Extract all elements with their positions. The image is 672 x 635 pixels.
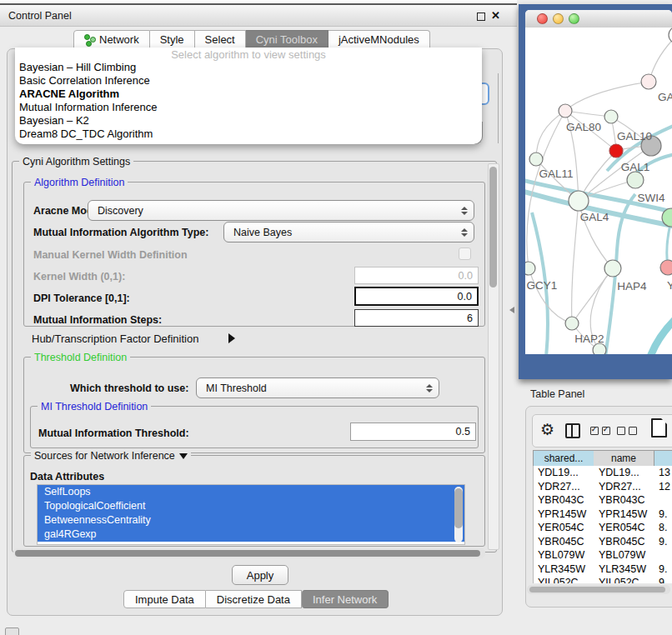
- list-item-topologicalcoefficient[interactable]: TopologicalCoefficient: [38, 499, 464, 513]
- minimize-window-icon[interactable]: [553, 13, 564, 24]
- table-panel-title: Table Panel: [530, 388, 584, 400]
- tab-impute-data[interactable]: Impute Data: [123, 590, 206, 608]
- dropdown-item-bayesian-hill[interactable]: Bayesian – Hill Climbing: [15, 61, 482, 74]
- network-canvas[interactable]: GAL GAL80 GAL10 GAL1 GAL11 SWI4 GAL4 GCY…: [525, 28, 672, 354]
- table-row[interactable]: YDL19... YDL19... 13: [534, 466, 672, 480]
- table-row[interactable]: YBR045C YBR045C 9.: [534, 535, 672, 549]
- dpi-tolerance-field[interactable]: 0.0: [354, 287, 479, 306]
- close-window-icon[interactable]: [537, 13, 548, 24]
- cell-shared-name: YDR27...: [534, 481, 594, 492]
- manual-kernel-label: Manual Kernel Width Definition: [33, 249, 188, 261]
- table-row[interactable]: YPR145W YPR145W 9.: [534, 508, 672, 522]
- expand-arrow-icon[interactable]: [228, 333, 235, 343]
- tab-jactivemnodules[interactable]: jActiveMNodules: [328, 30, 430, 49]
- cell-shared-name: YBR045C: [534, 536, 594, 548]
- label-y-cut: Y: [667, 279, 672, 292]
- tab-discretize-data[interactable]: Discretize Data: [206, 590, 302, 608]
- sources-group-title[interactable]: Sources for Network Inference: [31, 450, 191, 462]
- cell-shared-name: YBL079W: [534, 549, 594, 561]
- tab-select[interactable]: Select: [195, 30, 246, 49]
- table-row[interactable]: YBL079W YBL079W: [534, 548, 672, 562]
- mi-type-label: Mutual Information Algorithm Type:: [33, 227, 208, 238]
- label-gal10: GAL10: [617, 130, 652, 142]
- scrollbar-thumb[interactable]: [529, 587, 665, 592]
- cell-value: 8.: [655, 522, 672, 533]
- hub-definition-label: Hub/Transcription Factor Definition: [32, 332, 198, 345]
- node-pink-right[interactable]: [660, 260, 672, 275]
- splitter-collapse-icon[interactable]: [509, 307, 514, 313]
- manual-kernel-checkbox[interactable]: [459, 248, 471, 260]
- table-row[interactable]: YDR27... YDR27... 12: [534, 480, 672, 494]
- node-gal1-selected[interactable]: [609, 144, 623, 158]
- node-gal80[interactable]: [559, 104, 572, 118]
- unchecked-checkbox-icon[interactable]: [629, 427, 637, 435]
- mi-steps-label: Mutual Information Steps:: [33, 314, 162, 326]
- tab-cyni-toolbox[interactable]: Cyni Toolbox: [246, 30, 328, 49]
- table-row[interactable]: YLR345W YLR345W 9.: [534, 562, 672, 577]
- table-row[interactable]: YER054C YER054C 8.: [534, 521, 672, 535]
- threshold-definition-title: Threshold Definition: [31, 352, 130, 363]
- scrollbar-thumb[interactable]: [489, 167, 497, 288]
- data-attributes-list[interactable]: SelfLoops TopologicalCoefficient Between…: [37, 484, 465, 545]
- checked-checkbox-icon[interactable]: [590, 427, 599, 435]
- label-gal11: GAL11: [539, 168, 573, 180]
- node-gal10[interactable]: [604, 110, 618, 123]
- cell-name: YER054C: [594, 522, 655, 533]
- tab-network[interactable]: Network: [73, 30, 150, 49]
- cell-name: YBR043C: [594, 494, 655, 506]
- table-row[interactable]: YBR043C YBR043C: [534, 493, 672, 508]
- label-gal1: GAL1: [621, 161, 650, 173]
- split-view-icon[interactable]: [565, 423, 580, 438]
- float-window-icon[interactable]: [477, 12, 485, 21]
- zoom-window-icon[interactable]: [569, 13, 579, 24]
- settings-vertical-scrollbar[interactable]: [488, 163, 499, 550]
- table-row[interactable]: YIL052C YIL052C 9: [534, 576, 672, 583]
- dropdown-item-dream8[interactable]: Dream8 DC_TDC Algorithm: [15, 128, 482, 141]
- node-gal11[interactable]: [529, 152, 543, 166]
- dropdown-item-basic-correlation[interactable]: Basic Correlation Inference: [15, 74, 482, 88]
- which-threshold-label: Which threshold to use:: [70, 382, 188, 394]
- cyni-settings-group-title: Cyni Algorithm Settings: [19, 156, 133, 168]
- dropdown-item-bayesian-k2[interactable]: Bayesian – K2: [15, 114, 482, 128]
- dropdown-item-aracne[interactable]: ARACNE Algorithm: [15, 88, 482, 101]
- scrollbar-thumb[interactable]: [15, 550, 480, 557]
- panel-grip-icon[interactable]: [5, 628, 19, 635]
- node-hap4[interactable]: [604, 260, 621, 277]
- close-icon[interactable]: [491, 9, 503, 21]
- unchecked-checkbox-icon[interactable]: [617, 427, 625, 435]
- column-header-label: shared...: [544, 452, 584, 464]
- column-header-shared-name[interactable]: shared...: [533, 450, 594, 467]
- dropdown-item-mutual-information[interactable]: Mutual Information Inference: [15, 101, 482, 114]
- attributes-scrollbar[interactable]: [454, 487, 463, 542]
- apply-button[interactable]: Apply: [232, 565, 288, 585]
- document-icon[interactable]: [651, 418, 667, 438]
- mi-type-value: Naive Bayes: [224, 227, 460, 238]
- scrollbar-thumb[interactable]: [454, 488, 463, 528]
- list-item-betweennesscentrality[interactable]: BetweennessCentrality: [38, 513, 464, 528]
- mi-steps-field[interactable]: 6: [354, 309, 479, 327]
- checked-checkbox-icon[interactable]: [602, 427, 610, 435]
- node-unlabeled-top[interactable]: [669, 28, 672, 43]
- which-threshold-select[interactable]: MI Threshold: [196, 378, 439, 398]
- gear-icon[interactable]: [540, 420, 554, 439]
- list-item-gal4rgexp[interactable]: gal4RGexp: [38, 528, 464, 542]
- node-gal-cut[interactable]: [641, 74, 656, 89]
- column-header-cut[interactable]: [654, 450, 672, 467]
- node-hap2[interactable]: [565, 317, 579, 330]
- table-horizontal-scrollbar[interactable]: [527, 585, 670, 594]
- node-gal4[interactable]: [569, 191, 589, 211]
- tab-infer-network[interactable]: Infer Network: [302, 590, 389, 608]
- tab-style[interactable]: Style: [150, 30, 195, 49]
- column-header-name[interactable]: name: [594, 450, 654, 467]
- mi-type-select[interactable]: Naive Bayes: [223, 222, 474, 242]
- node-swi4[interactable]: [627, 172, 644, 188]
- aracne-mode-select[interactable]: Discovery: [88, 200, 474, 221]
- column-header-label: name: [611, 452, 636, 464]
- settings-horizontal-scrollbar[interactable]: [13, 548, 485, 558]
- mi-threshold-field[interactable]: 0.5: [350, 422, 476, 441]
- list-item-selfloops[interactable]: SelfLoops: [38, 485, 464, 499]
- node-table[interactable]: YDL19... YDL19... 13 YDR27... YDR27... 1…: [533, 466, 672, 583]
- stepper-icon: [460, 228, 468, 237]
- node-gcy1[interactable]: [525, 262, 535, 275]
- kernel-width-value: 0.0: [459, 270, 473, 282]
